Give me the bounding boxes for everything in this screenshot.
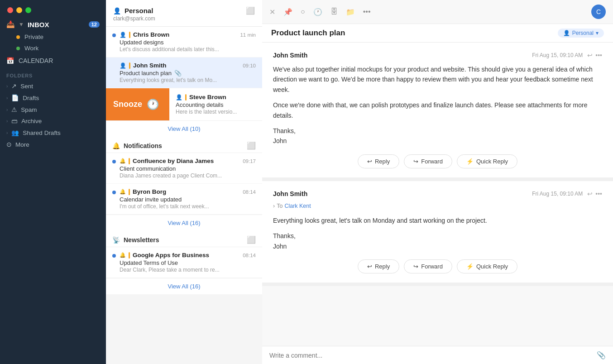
notifications-archive-button[interactable]: ⬜ — [247, 141, 256, 150]
email-detail-panel: ✕ 📌 ○ 🕐 🗄 📁 ••• C Product launch plan 👤 … — [262, 0, 613, 364]
newsletters-section: 📡 Newsletters ⬜ 🔔 Google Apps for Busine… — [106, 231, 262, 294]
notifications-section: 🔔 Notifications ⬜ 🔔 Confluence by Diana … — [106, 137, 262, 231]
comment-attachment-icon[interactable]: 📎 — [597, 351, 606, 359]
email-subject: Client communication — [120, 165, 256, 172]
sidebar-item-archive[interactable]: › 🗃 Archive — [0, 115, 106, 127]
inbox-icon: 📥 — [6, 20, 15, 29]
message-meta: Fri Aug 15, 09:10 AM ↩ ••• — [532, 52, 602, 59]
view-all-notifications-link[interactable]: View All (16) — [106, 215, 262, 231]
reply-quick-icon-2[interactable]: ↩ — [587, 190, 593, 197]
notification-item-byron-borg[interactable]: 🔔 Byron Borg 08:14 Calendar invite updat… — [106, 184, 262, 215]
archive-icon[interactable]: 🗄 — [330, 8, 338, 16]
email-time: 11 min — [240, 32, 256, 38]
priority-indicator — [129, 32, 130, 38]
inbox-nav-item[interactable]: 📥 ▼ INBOX 12 — [0, 18, 106, 31]
person-tag-icon: 👤 — [563, 30, 570, 36]
account-name: 👤 Personal — [113, 7, 153, 14]
reply-buttons-1: ↩ Reply ↪ Forward ⚡ Quick Reply — [273, 154, 602, 168]
priority-indicator — [129, 62, 130, 69]
email-subject: Product launch plan 📎 — [120, 70, 256, 77]
email-sender: 🔔 Confluence by Diana James — [120, 158, 214, 164]
circle-icon[interactable]: ○ — [301, 8, 305, 16]
recipient-link[interactable]: Clark Kent — [284, 203, 311, 209]
calendar-label: CALENDAR — [19, 57, 53, 64]
folder-icon[interactable]: 📁 — [346, 8, 355, 16]
pin-icon[interactable]: 📌 — [283, 8, 292, 16]
archive-button[interactable]: ⬜ — [246, 6, 255, 15]
clock-icon[interactable]: 🕐 — [313, 8, 322, 16]
minimize-traffic-light[interactable] — [16, 7, 22, 13]
calendar-icon: 📅 — [6, 57, 14, 64]
notification-item-confluence[interactable]: 🔔 Confluence by Diana James 09:17 Client… — [106, 153, 262, 184]
archive-label: Archive — [21, 118, 42, 125]
notifications-header: 🔔 Notifications ⬜ — [106, 137, 262, 153]
comment-input[interactable] — [269, 352, 597, 359]
sidebar-item-private[interactable]: Private — [0, 31, 106, 43]
person-icon: 👤 — [113, 7, 121, 14]
forward-button-2[interactable]: ↪ Forward — [404, 259, 452, 273]
detail-subject-bar: Product launch plan 👤 Personal ▾ — [262, 24, 613, 43]
newsletters-archive-button[interactable]: ⬜ — [247, 235, 256, 244]
email-time: 09:17 — [243, 158, 256, 164]
sidebar-item-more[interactable]: ⊙ More — [0, 139, 106, 150]
user-avatar[interactable]: C — [591, 5, 606, 19]
priority-indicator — [129, 252, 130, 259]
priority-indicator — [129, 158, 130, 164]
message-body-1: We've also put together initial mockups … — [273, 64, 602, 146]
sidebar-item-calendar[interactable]: 📅 CALENDAR — [0, 54, 106, 67]
sidebar-item-sent[interactable]: › ↗ Sent — [0, 80, 106, 92]
quick-reply-button-2[interactable]: ⚡ Quick Reply — [457, 259, 517, 273]
thread-message-1: John Smith Fri Aug 15, 09:10 AM ↩ ••• We… — [262, 43, 613, 181]
view-all-newsletters-link[interactable]: View All (16) — [106, 278, 262, 294]
account-header: 👤 Personal ⬜ clark@spark.com — [106, 0, 262, 27]
forward-icon-1: ↪ — [413, 158, 418, 165]
sidebar-item-shared-drafts[interactable]: › 👥 Shared Drafts — [0, 127, 106, 139]
drafts-label: Drafts — [23, 95, 39, 101]
message-date-2: Fri Aug 15, 09:10 AM — [532, 191, 583, 197]
email-subject: Calendar invite updated — [120, 196, 256, 203]
sidebar-item-spam[interactable]: › ⚠ Spam — [0, 104, 106, 115]
reply-buttons-2: ↩ Reply ↪ Forward ⚡ Quick Reply — [273, 259, 602, 273]
private-dot-icon — [16, 35, 20, 39]
email-sender: 🔔 Google Apps for Business — [120, 252, 209, 259]
close-button[interactable]: ✕ — [269, 8, 275, 16]
reply-button-1[interactable]: ↩ Reply — [358, 154, 399, 168]
unread-indicator — [112, 191, 116, 194]
view-all-personal-link[interactable]: View All (10) — [106, 120, 262, 137]
email-item-chris-brown[interactable]: 👤 Chris Brown 11 min Updated designs Let… — [106, 27, 262, 57]
email-item-john-smith[interactable]: 👤 John Smith 09:10 Product launch plan 📎… — [106, 57, 262, 88]
account-email: clark@spark.com — [113, 15, 255, 22]
email-content: 👤 Chris Brown 11 min Updated designs Let… — [120, 31, 256, 53]
more-message-icon-2[interactable]: ••• — [595, 190, 602, 197]
message-to-2: › To Clark Kent — [273, 203, 602, 209]
email-preview: Dear Clark, Please take a moment to re..… — [120, 267, 256, 273]
more-message-icon[interactable]: ••• — [595, 52, 602, 59]
rss-icon: 📡 — [112, 236, 120, 244]
inbox-caret-icon: ▼ — [19, 21, 24, 28]
shared-drafts-label: Shared Drafts — [23, 129, 60, 136]
email-sender: 👤 Steve Brown — [176, 94, 226, 101]
reply-quick-icon[interactable]: ↩ — [587, 52, 593, 59]
sidebar-item-drafts[interactable]: › 📄 Drafts — [0, 92, 106, 104]
reply-button-2[interactable]: ↩ Reply — [358, 259, 399, 273]
sender-avatar-icon: 👤 — [176, 94, 182, 101]
caret-to-icon: › — [273, 203, 275, 209]
maximize-traffic-light[interactable] — [25, 7, 31, 13]
forward-button-1[interactable]: ↪ Forward — [404, 154, 452, 168]
email-preview: I'm out of office, let's talk next week.… — [120, 203, 256, 210]
snoozed-email-steve-brown[interactable]: 👤 Steve Brown Accounting details Here is… — [169, 88, 262, 120]
priority-indicator — [185, 94, 187, 101]
message-meta-2: Fri Aug 15, 09:10 AM ↩ ••• — [532, 190, 602, 197]
email-preview: Here is the latest versio... — [176, 109, 256, 115]
bell-small-icon: 🔔 — [120, 158, 126, 164]
sidebar-item-work[interactable]: Work — [0, 43, 106, 54]
snooze-item[interactable]: Snooze 🕐 👤 Steve Brown Accounting detail… — [106, 88, 262, 120]
message-header: John Smith Fri Aug 15, 09:10 AM ↩ ••• — [273, 52, 602, 59]
newsletters-title: 📡 Newsletters — [112, 236, 159, 244]
email-preview: Diana James created a page Client Com... — [120, 172, 256, 179]
more-icon[interactable]: ••• — [363, 8, 371, 16]
drafts-icon: 📄 — [11, 94, 19, 101]
newsletter-item-google[interactable]: 🔔 Google Apps for Business 08:14 Updated… — [106, 247, 262, 278]
close-traffic-light[interactable] — [7, 7, 13, 13]
quick-reply-button-1[interactable]: ⚡ Quick Reply — [457, 154, 517, 168]
